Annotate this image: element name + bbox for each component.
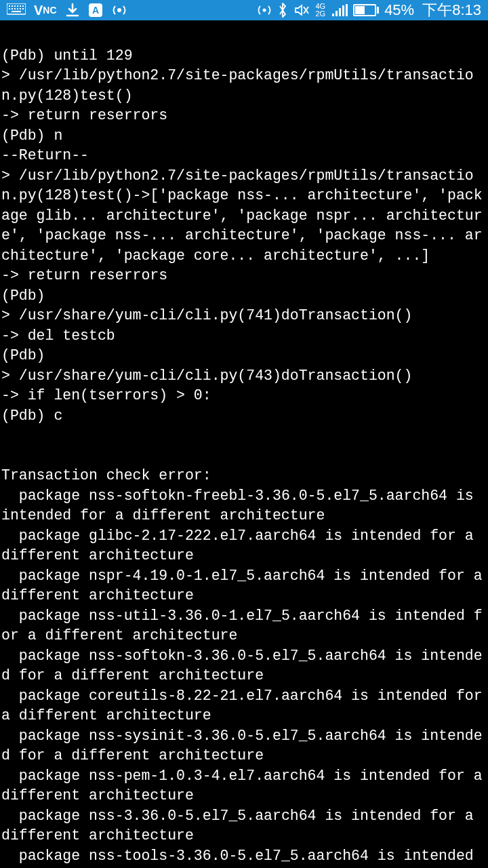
status-bar: VNC A 4G 2G 45% 下午8:13 [0,0,488,20]
keyboard-icon[interactable] [7,3,26,17]
svg-rect-13 [12,11,21,12]
battery-percent: 45% [384,1,414,19]
hotspot-icon [257,3,272,18]
svg-rect-7 [9,8,10,9]
svg-rect-11 [20,8,21,9]
broadcast-icon[interactable] [111,2,127,18]
signal-icon [332,4,348,16]
bluetooth-icon [277,2,288,18]
vnc-icon[interactable]: VNC [34,3,57,18]
svg-rect-10 [17,8,18,9]
svg-rect-12 [22,8,24,9]
svg-point-17 [263,9,266,12]
mute-icon [293,3,310,18]
battery-icon [353,4,379,16]
svg-rect-6 [22,5,24,7]
svg-rect-3 [14,5,16,7]
svg-rect-5 [20,5,21,7]
svg-rect-9 [14,8,16,9]
clock: 下午8:13 [422,0,481,20]
svg-point-16 [117,8,121,12]
svg-rect-4 [17,5,18,7]
network-type: 4G 2G [315,3,325,18]
svg-rect-2 [12,5,13,7]
status-left: VNC A [7,2,127,18]
download-icon[interactable] [65,3,80,18]
svg-rect-8 [12,8,13,9]
app-a-icon[interactable]: A [88,3,103,18]
terminal-output: (Pdb) until 129 > /usr/lib/python2.7/sit… [1,47,488,869]
svg-text:A: A [92,5,99,16]
net-bottom-label: 2G [315,10,325,18]
status-right: 4G 2G 45% 下午8:13 [257,0,481,20]
terminal[interactable]: (Pdb) until 129 > /usr/lib/python2.7/sit… [0,20,488,868]
svg-rect-1 [9,5,10,7]
